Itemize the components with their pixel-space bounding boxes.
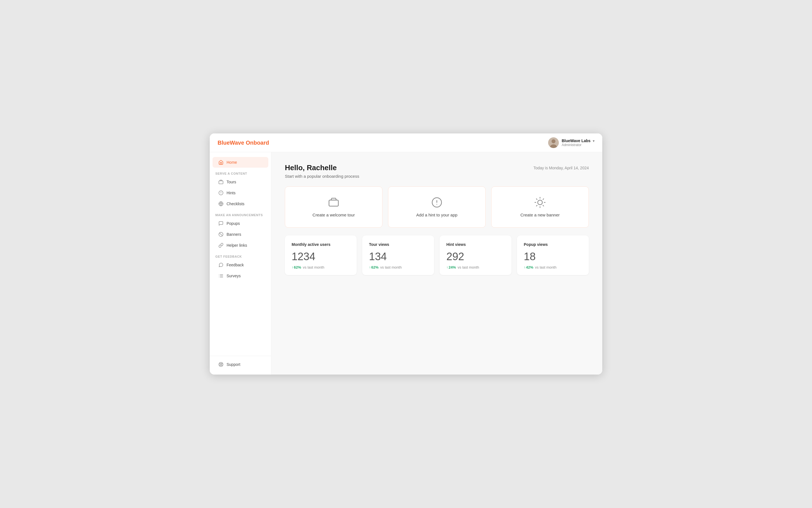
action-card-welcome-tour[interactable]: Create a welcome tour <box>285 186 382 228</box>
sidebar-helper-links-label: Helper links <box>226 243 247 248</box>
svg-line-36 <box>543 199 544 199</box>
section-label-feedback: Get Feedback <box>210 251 271 259</box>
app-window: BlueWave Onboard BlueWave Labs ▾ Adminis… <box>210 133 602 375</box>
svg-rect-24 <box>329 200 338 206</box>
app-logo: BlueWave Onboard <box>218 140 269 146</box>
stat-label-mau: Monthly active users <box>292 242 350 247</box>
page-title: Hello, Rachelle <box>285 163 337 172</box>
avatar <box>548 137 559 148</box>
banners-icon <box>218 231 224 237</box>
svg-line-31 <box>537 199 537 199</box>
sidebar-item-tours[interactable]: Tours <box>213 177 268 187</box>
welcome-tour-icon <box>328 197 339 208</box>
svg-line-32 <box>543 206 544 206</box>
new-banner-label: Create a new banner <box>520 213 560 217</box>
checklists-icon <box>218 201 224 207</box>
action-card-add-hint[interactable]: Add a hint to your app <box>388 186 486 228</box>
stat-value-hint-views: 292 <box>446 251 505 262</box>
stat-value-popup-views: 18 <box>524 251 582 262</box>
page-date: Today is Monday, April 14, 2024 <box>533 163 589 170</box>
sidebar-item-surveys[interactable]: Surveys <box>213 270 268 281</box>
add-hint-icon <box>431 197 442 208</box>
stat-change-pct-hint: ↑ 24% <box>446 265 456 269</box>
sidebar-home-label: Home <box>226 160 237 165</box>
up-arrow-tour: ↑ <box>369 265 371 269</box>
main-content: Hello, Rachelle Today is Monday, April 1… <box>271 152 602 375</box>
sidebar-item-popups[interactable]: Popups <box>213 218 268 229</box>
page-header: Hello, Rachelle Today is Monday, April 1… <box>285 163 589 172</box>
sidebar-support-label: Support <box>226 362 240 367</box>
section-label-announce: Make an Announcements <box>210 209 271 218</box>
tours-icon <box>218 179 224 185</box>
feedback-icon <box>218 262 224 268</box>
sidebar-item-support[interactable]: Support <box>213 359 268 370</box>
sidebar-checklists-label: Checklists <box>226 202 245 206</box>
sidebar-bottom: Support <box>210 356 271 370</box>
helper-links-icon <box>218 243 224 248</box>
sidebar-tours-label: Tours <box>226 180 236 184</box>
hints-icon <box>218 190 224 196</box>
stat-label-tour-views: Tour views <box>369 242 427 247</box>
stat-label-hint-views: Hint views <box>446 242 505 247</box>
svg-point-28 <box>538 200 543 205</box>
action-cards: Create a welcome tour Add a hint to your… <box>285 186 589 228</box>
svg-line-23 <box>219 365 220 366</box>
home-icon <box>218 160 224 165</box>
user-role: Administrator <box>562 143 582 147</box>
stats-cards: Monthly active users 1234 ↑ 62% vs last … <box>285 236 589 275</box>
svg-line-19 <box>219 363 220 364</box>
user-name: BlueWave Labs ▾ <box>562 138 594 143</box>
surveys-icon <box>218 273 224 279</box>
stat-card-popup-views: Popup views 18 ↑ 42% vs last month <box>517 236 589 275</box>
svg-line-20 <box>221 365 222 366</box>
stat-card-hint-views: Hint views 292 ↑ 24% vs last month <box>440 236 511 275</box>
sidebar-item-helper-links[interactable]: Helper links <box>213 240 268 251</box>
stat-change-mau: ↑ 62% vs last month <box>292 265 350 269</box>
sidebar-feedback-label: Feedback <box>226 263 244 267</box>
user-menu[interactable]: BlueWave Labs ▾ Administrator <box>548 137 594 148</box>
section-label-serve: Serve a Content <box>210 168 271 176</box>
svg-line-35 <box>537 206 537 206</box>
stat-label-popup-views: Popup views <box>524 242 582 247</box>
stat-change-pct-popup: ↑ 42% <box>524 265 533 269</box>
stat-card-tour-views: Tour views 134 ↑ 62% vs last month <box>362 236 434 275</box>
sidebar-nav: Home Serve a Content Tours <box>210 157 271 356</box>
new-banner-icon <box>535 197 546 208</box>
svg-point-1 <box>552 139 555 143</box>
sidebar-item-feedback[interactable]: Feedback <box>213 260 268 270</box>
svg-rect-3 <box>219 181 223 184</box>
sidebar: Home Serve a Content Tours <box>210 152 271 375</box>
stat-change-tour-views: ↑ 62% vs last month <box>369 265 427 269</box>
sidebar-banners-label: Banners <box>226 232 241 237</box>
stat-change-hint-views: ↑ 24% vs last month <box>446 265 505 269</box>
svg-line-22 <box>221 363 222 364</box>
layout: Home Serve a Content Tours <box>210 152 602 375</box>
sidebar-popups-label: Popups <box>226 221 240 226</box>
sidebar-item-hints[interactable]: Hints <box>213 187 268 198</box>
support-icon <box>218 362 224 367</box>
sidebar-surveys-label: Surveys <box>226 273 241 278</box>
up-arrow-popup: ↑ <box>524 265 525 269</box>
stat-value-mau: 1234 <box>292 251 350 262</box>
sidebar-item-banners[interactable]: Banners <box>213 229 268 240</box>
up-arrow-mau: ↑ <box>292 265 293 269</box>
page-subtitle: Start with a popular onboarding process <box>285 174 589 179</box>
stat-card-monthly-active-users: Monthly active users 1234 ↑ 62% vs last … <box>285 236 357 275</box>
add-hint-label: Add a hint to your app <box>416 213 458 217</box>
svg-line-10 <box>219 233 223 236</box>
action-card-new-banner[interactable]: Create a new banner <box>491 186 589 228</box>
stat-change-pct-mau: ↑ 62% <box>292 265 301 269</box>
sidebar-item-checklists[interactable]: Checklists <box>213 199 268 209</box>
welcome-tour-label: Create a welcome tour <box>313 213 355 217</box>
sidebar-item-home[interactable]: Home <box>213 157 268 168</box>
top-bar: BlueWave Onboard BlueWave Labs ▾ Adminis… <box>210 133 602 152</box>
stat-value-tour-views: 134 <box>369 251 427 262</box>
stat-change-pct-tour: ↑ 62% <box>369 265 379 269</box>
popups-icon <box>218 221 224 226</box>
up-arrow-hint: ↑ <box>446 265 448 269</box>
sidebar-hints-label: Hints <box>226 190 236 195</box>
user-text: BlueWave Labs ▾ Administrator <box>562 138 594 147</box>
stat-change-popup-views: ↑ 42% vs last month <box>524 265 582 269</box>
